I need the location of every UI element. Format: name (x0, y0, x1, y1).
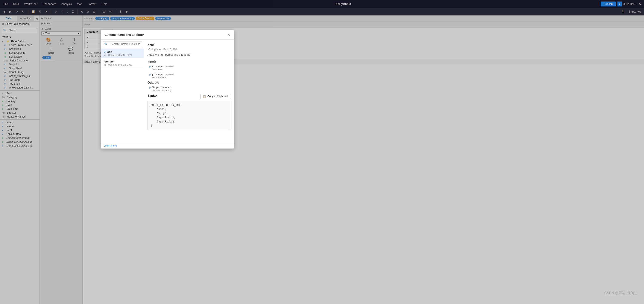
syntax-section-title: Syntax (148, 94, 157, 97)
param-output-row: # Output : integer the sum of x and y (148, 86, 230, 92)
param-y-row: # y : integer required second value (148, 73, 230, 79)
func-item-identity[interactable]: identity v1 · Updated Sep. 22, 2021 (101, 58, 144, 68)
param-y-sig: y : integer required (152, 73, 174, 76)
param-x-required: required (165, 65, 174, 68)
func-add-meta: v6 · Updated May 13, 2024 (104, 54, 141, 56)
func-item-add-name: ✓ add (104, 50, 141, 54)
dialog-search-box: 🔍 (103, 41, 142, 47)
param-y-info: y : integer required second value (152, 73, 174, 79)
copy-to-clipboard-button[interactable]: 📋 Copy to Clipboard (200, 94, 230, 99)
param-x-info: x : integer required first value (152, 65, 174, 71)
func-detail-desc: Adds two numbers x and y together (148, 53, 230, 56)
param-output-icon: # (149, 86, 151, 89)
inputs-section-title: Inputs (148, 60, 230, 63)
param-x-row: # x : integer required first value (148, 65, 230, 71)
copy-icon: 📋 (203, 95, 206, 98)
dialog-function-list: 🔍 ✓ add v6 · Updated May 13, 2024 identi… (101, 40, 144, 143)
dialog-function-detail: add v6 · Updated May 13, 2024 Adds two n… (144, 40, 234, 143)
func-item-identity-name: identity (104, 60, 141, 63)
param-output-info: Output : integer the sum of x and y (152, 86, 171, 92)
dialog-overlay (0, 0, 644, 304)
param-output-desc: the sum of x and y (152, 89, 171, 92)
dialog-footer: Learn more (101, 143, 234, 148)
syntax-row: Syntax 📋 Copy to Clipboard (148, 94, 230, 99)
syntax-code-block: MODEL_EXTENSION_INT( "add", "x, y", Inpu… (148, 101, 230, 130)
param-x-sig: x : integer required (152, 65, 174, 68)
syntax-code: MODEL_EXTENSION_INT( "add", "x, y", Inpu… (151, 103, 227, 128)
dialog-title: Custom Functions Explorer (104, 33, 144, 37)
param-x-desc: first value (152, 68, 174, 71)
func-add-label: add (107, 50, 112, 54)
func-identity-label: identity (104, 60, 114, 63)
check-icon: ✓ (104, 50, 106, 54)
func-detail-name: add (148, 43, 230, 48)
custom-functions-dialog: Custom Functions Explorer ✕ 🔍 ✓ add v6 ·… (101, 30, 234, 149)
dialog-body: 🔍 ✓ add v6 · Updated May 13, 2024 identi… (101, 40, 234, 143)
func-detail-meta: v6 · Updated May 13, 2024 (148, 48, 230, 51)
param-x-icon: # (149, 65, 151, 68)
param-y-type: : integer (154, 73, 163, 76)
dialog-search-icon: 🔍 (103, 43, 109, 46)
dialog-header: Custom Functions Explorer ✕ (101, 30, 234, 40)
dialog-close-button[interactable]: ✕ (227, 33, 230, 37)
param-y-icon: # (149, 73, 151, 76)
dialog-search-input[interactable] (109, 42, 144, 47)
learn-more-link[interactable]: Learn more (104, 144, 117, 147)
copy-btn-label: Copy to Clipboard (207, 95, 228, 98)
param-x-type: : integer (154, 65, 163, 68)
param-output-name: Output (152, 86, 160, 89)
param-y-name: y (152, 73, 154, 76)
param-output-type: : integer (161, 86, 170, 89)
func-item-add[interactable]: ✓ add v6 · Updated May 13, 2024 (101, 49, 144, 58)
outputs-section-title: Outputs (148, 81, 230, 84)
param-y-required: required (165, 73, 174, 76)
param-output-sig: Output : integer (152, 86, 171, 89)
param-x-name: x (152, 65, 154, 68)
param-y-desc: second value (152, 76, 174, 79)
func-identity-meta: v1 · Updated Sep. 22, 2021 (104, 63, 141, 66)
